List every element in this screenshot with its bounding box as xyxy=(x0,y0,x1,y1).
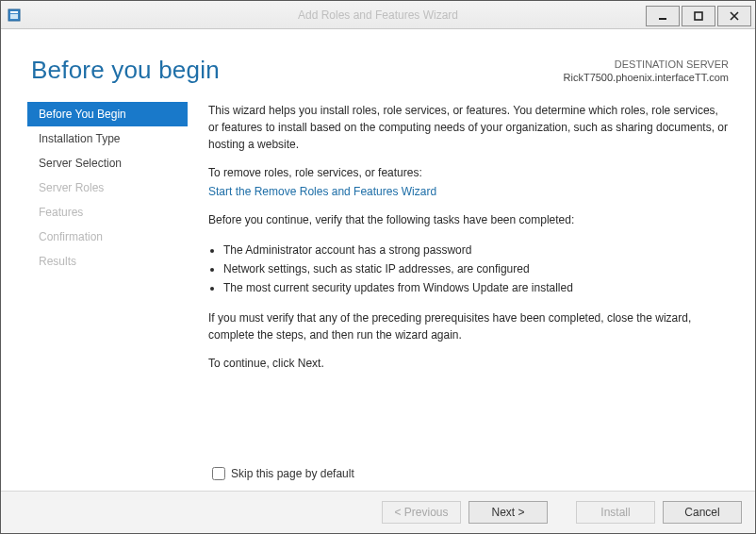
nav-server-roles: Server Roles xyxy=(27,175,188,200)
svg-rect-2 xyxy=(10,14,18,19)
skip-row: Skip this page by default xyxy=(208,455,729,483)
nav-server-selection[interactable]: Server Selection xyxy=(27,151,188,175)
svg-rect-4 xyxy=(695,12,702,20)
previous-button: < Previous xyxy=(382,501,461,524)
install-button: Install xyxy=(576,501,655,524)
cancel-button[interactable]: Cancel xyxy=(663,501,742,524)
skip-checkbox[interactable] xyxy=(212,467,225,480)
continue-hint: To continue, click Next. xyxy=(208,355,729,372)
skip-label: Skip this page by default xyxy=(231,465,354,482)
main-panel: This wizard helps you install roles, rol… xyxy=(188,102,729,483)
svg-rect-1 xyxy=(10,11,18,13)
remove-roles-link[interactable]: Start the Remove Roles and Features Wiza… xyxy=(208,185,436,198)
destination-label: DESTINATION SERVER xyxy=(564,58,729,71)
destination-value: RickT7500.phoenix.interfaceTT.com xyxy=(564,71,729,84)
footer: < Previous Next > Install Cancel xyxy=(1,491,755,533)
window-title: Add Roles and Features Wizard xyxy=(1,8,755,22)
titlebar: Add Roles and Features Wizard xyxy=(1,1,755,29)
verify-intro: Before you continue, verify that the fol… xyxy=(208,211,729,228)
maximize-button[interactable] xyxy=(682,6,715,26)
prereq-list: The Administrator account has a strong p… xyxy=(208,242,729,298)
remove-label: To remove roles, role services, or featu… xyxy=(208,164,729,181)
minimize-button[interactable] xyxy=(646,6,680,26)
nav-results: Results xyxy=(27,249,188,274)
page-title: Before you begin xyxy=(31,56,220,85)
close-hint: If you must verify that any of the prece… xyxy=(208,309,729,343)
nav-installation-type[interactable]: Installation Type xyxy=(27,126,188,151)
close-button[interactable] xyxy=(717,6,751,26)
window-controls xyxy=(646,3,755,26)
wizard-sidebar: Before You Begin Installation Type Serve… xyxy=(27,102,188,483)
destination-server-box: DESTINATION SERVER RickT7500.phoenix.int… xyxy=(564,58,729,85)
intro-text: This wizard helps you install roles, rol… xyxy=(208,102,729,153)
svg-rect-3 xyxy=(659,18,666,20)
body-row: Before You Begin Installation Type Serve… xyxy=(1,102,755,491)
nav-before-you-begin[interactable]: Before You Begin xyxy=(27,102,188,126)
prereq-item: The Administrator account has a strong p… xyxy=(223,242,729,259)
nav-features: Features xyxy=(27,200,188,225)
header-row: Before you begin DESTINATION SERVER Rick… xyxy=(1,29,755,102)
prereq-item: The most current security updates from W… xyxy=(223,279,729,296)
nav-confirmation: Confirmation xyxy=(27,225,188,249)
next-button[interactable]: Next > xyxy=(468,501,548,524)
wizard-window: Add Roles and Features Wizard Before you… xyxy=(0,0,756,534)
app-icon xyxy=(7,8,22,23)
content: Before you begin DESTINATION SERVER Rick… xyxy=(1,29,755,533)
prereq-item: Network settings, such as static IP addr… xyxy=(223,260,729,277)
